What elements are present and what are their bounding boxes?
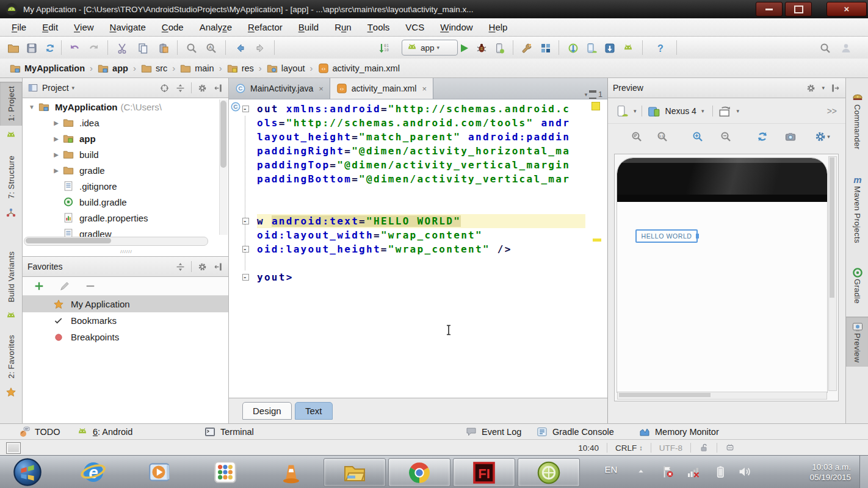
- run-button[interactable]: [457, 41, 471, 56]
- attach-debugger-button[interactable]: [492, 41, 507, 56]
- editor-tab-mainactivity-java[interactable]: CMainActivity.java×: [229, 78, 330, 99]
- menu-vcs[interactable]: VCS: [397, 18, 432, 36]
- copy-button[interactable]: [136, 41, 150, 56]
- network-icon[interactable]: [686, 464, 701, 479]
- fold-marker[interactable]: -: [242, 106, 249, 112]
- breadcrumb-item-src[interactable]: src: [141, 63, 167, 74]
- toggle-toolwindows-button[interactable]: [6, 442, 21, 454]
- tree-item-build-gradle[interactable]: build.gradle: [23, 194, 219, 210]
- preview-horizontal-scrollbar[interactable]: [617, 392, 827, 400]
- stripe-maven-projects[interactable]: mMaven Projects: [846, 170, 868, 248]
- tree-item--gitignore[interactable]: .gitignore: [23, 178, 219, 194]
- warning-stripe-marker[interactable]: [593, 239, 601, 242]
- tab-design[interactable]: Design: [242, 402, 292, 420]
- taskbar-appgrid-button[interactable]: [212, 459, 238, 485]
- stripe-android[interactable]: [0, 310, 22, 322]
- panel-splitter[interactable]: //////: [114, 250, 139, 253]
- pencil-icon[interactable]: [59, 281, 70, 292]
- split-icon[interactable]: [175, 262, 186, 272]
- favorites-item-bookmarks[interactable]: Bookmarks: [23, 312, 228, 329]
- compass-icon[interactable]: [159, 83, 170, 93]
- tree-item-gradle-properties[interactable]: gradle.properties: [23, 210, 219, 226]
- cut-button[interactable]: [115, 41, 129, 56]
- toolwindow-button-event-log[interactable]: Event Log: [465, 425, 521, 439]
- stripe-star[interactable]: [0, 387, 22, 398]
- toolwindow-button-6-android[interactable]: 6: Android: [76, 425, 132, 439]
- gear-icon[interactable]: [197, 83, 208, 93]
- device-selector[interactable]: Nexus 4: [665, 106, 696, 116]
- toolwindow-button-gradle-console[interactable]: Gradle Console: [536, 425, 614, 439]
- sync-button[interactable]: [43, 41, 57, 56]
- debug-button[interactable]: [474, 41, 489, 56]
- menu-tools[interactable]: Tools: [360, 18, 398, 36]
- undo-button[interactable]: [67, 41, 82, 56]
- menu-window[interactable]: Window: [432, 18, 480, 36]
- back-button[interactable]: [233, 41, 248, 56]
- fold-marker[interactable]: -: [242, 274, 249, 281]
- project-horizontal-scrollbar[interactable]: [24, 237, 208, 246]
- tree-arrow-icon[interactable]: ▶: [51, 167, 62, 174]
- breadcrumb-item-MyApplication[interactable]: MyApplication: [10, 63, 85, 74]
- breadcrumb-item-activity_main.xml[interactable]: ‹›activity_main.xml: [318, 63, 400, 74]
- forward-button[interactable]: [253, 41, 267, 56]
- dock-right-icon[interactable]: [830, 83, 841, 93]
- toolwindow-button-todo[interactable]: TODO: [18, 425, 60, 439]
- chevron-down-icon[interactable]: ▾: [72, 85, 75, 91]
- editor-tab-activity-main-xml[interactable]: ‹›activity_main.xml×: [330, 78, 433, 99]
- stripe-hierarchy[interactable]: [0, 207, 22, 219]
- open-folder-button[interactable]: [6, 41, 21, 56]
- help-button[interactable]: ?: [653, 41, 668, 56]
- run-configuration-selector[interactable]: app▾: [402, 40, 458, 56]
- menu-edit[interactable]: Edit: [34, 18, 66, 36]
- camera-icon[interactable]: [783, 129, 798, 145]
- tree-item-build[interactable]: ▶build: [23, 146, 219, 162]
- show-desktop-button[interactable]: [859, 456, 868, 488]
- dock-left-icon[interactable]: [213, 262, 223, 272]
- stripe-2-favorites[interactable]: 2: Favorites: [0, 331, 22, 383]
- breadcrumb-item-layout[interactable]: layout: [267, 63, 305, 74]
- add-icon[interactable]: [34, 281, 45, 292]
- menu-refactor[interactable]: Refactor: [240, 18, 291, 36]
- tray-expand-icon[interactable]: [636, 467, 646, 476]
- menu-file[interactable]: File: [4, 18, 34, 36]
- find-button[interactable]: [184, 41, 199, 56]
- sdk-manager-button[interactable]: [602, 41, 617, 56]
- settings-wrench-button[interactable]: [519, 41, 534, 56]
- tree-arrow-icon[interactable]: ▼: [26, 104, 37, 110]
- breadcrumb-item-res[interactable]: res: [227, 63, 254, 74]
- battery-icon[interactable]: [713, 464, 728, 479]
- menu-help[interactable]: Help: [481, 18, 516, 36]
- remove-icon[interactable]: [85, 281, 96, 292]
- dock-left-icon[interactable]: [213, 83, 223, 93]
- tree-arrow-icon[interactable]: ▶: [51, 151, 62, 158]
- fold-marker[interactable]: -: [242, 218, 249, 224]
- tree-arrow-icon[interactable]: ▶: [51, 120, 62, 126]
- sort-button[interactable]: 0110: [377, 41, 391, 56]
- close-icon[interactable]: ×: [319, 84, 324, 93]
- tab-text[interactable]: Text: [295, 402, 333, 420]
- tree-item-MyApplication[interactable]: ▼MyApplication(C:\Users\: [23, 99, 219, 115]
- refresh-icon[interactable]: [754, 129, 770, 145]
- stripe-android[interactable]: [0, 129, 22, 142]
- stripe-gradle[interactable]: Gradle: [846, 262, 868, 308]
- preview-vertical-scrollbar[interactable]: [828, 156, 837, 391]
- taskbar-android-studio-button[interactable]: [518, 458, 580, 487]
- favorites-item-my-application[interactable]: My Application: [23, 296, 228, 312]
- fold-marker[interactable]: -: [242, 246, 249, 253]
- toolbar-overflow-button[interactable]: >>: [827, 106, 845, 116]
- stripe-commander[interactable]: Commander: [846, 88, 868, 154]
- redo-button[interactable]: [87, 41, 101, 56]
- caret-position[interactable]: 10:40: [570, 443, 607, 453]
- code-editor[interactable]: C -out xmlns:android="http://schemas.and…: [229, 99, 607, 398]
- orientation-icon[interactable]: [718, 104, 731, 118]
- taskbar-chrome-button[interactable]: [388, 458, 450, 487]
- stripe-7-structure[interactable]: 7: Structure: [0, 151, 22, 203]
- encoding-selector[interactable]: UTF-8: [651, 443, 690, 453]
- zoom-in-icon[interactable]: [690, 129, 706, 145]
- taskbar-wmp-button[interactable]: [146, 459, 172, 485]
- tree-arrow-icon[interactable]: ▶: [51, 135, 62, 142]
- menu-navigate[interactable]: Navigate: [102, 18, 154, 36]
- menu-code[interactable]: Code: [154, 18, 192, 36]
- taskbar-clock[interactable]: 10:03 a.m. 05/19/2015: [770, 462, 851, 483]
- tree-item--idea[interactable]: ▶.idea: [23, 115, 219, 131]
